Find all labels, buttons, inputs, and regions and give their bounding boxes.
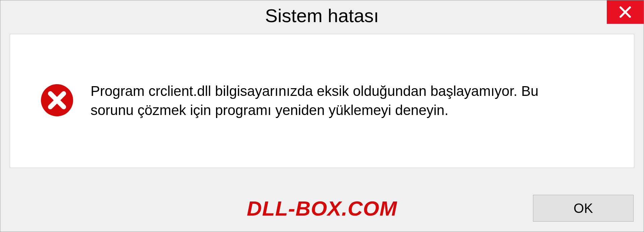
error-icon-wrap bbox=[40, 83, 74, 118]
titlebar: Sistem hatası bbox=[0, 0, 644, 31]
watermark-text: DLL-BOX.COM bbox=[247, 196, 397, 220]
dialog-footer: DLL-BOX.COM OK bbox=[0, 195, 644, 222]
ok-button[interactable]: OK bbox=[533, 195, 634, 222]
error-dialog-window: Sistem hatası Program crclient.dll bilgi… bbox=[0, 0, 644, 232]
error-icon bbox=[40, 83, 74, 117]
error-message: Program crclient.dll bilgisayarınızda ek… bbox=[91, 82, 560, 120]
content-panel: Program crclient.dll bilgisayarınızda ek… bbox=[10, 34, 634, 168]
dialog-title: Sistem hatası bbox=[265, 5, 379, 26]
content-outer: Program crclient.dll bilgisayarınızda ek… bbox=[10, 34, 634, 168]
close-icon bbox=[619, 5, 632, 19]
close-button[interactable] bbox=[607, 0, 644, 24]
